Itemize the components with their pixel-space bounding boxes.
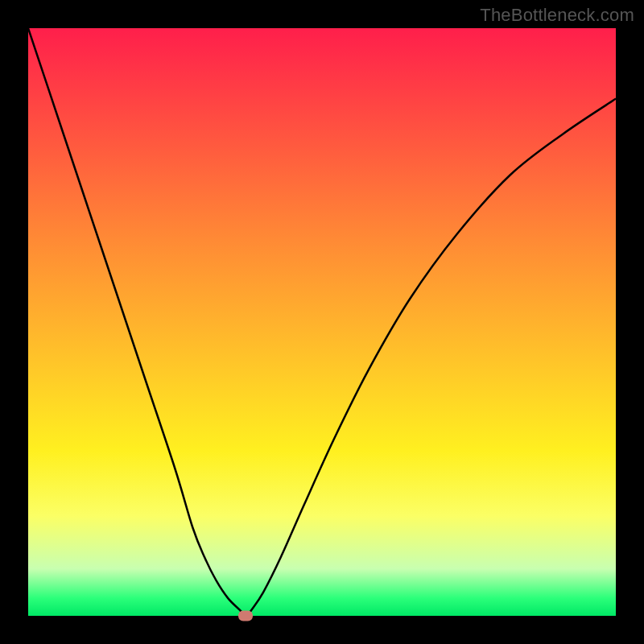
watermark-text: TheBottleneck.com [480, 5, 634, 26]
plot-area [28, 28, 616, 616]
bottleneck-curve [28, 28, 616, 616]
chart-frame: TheBottleneck.com [0, 0, 644, 644]
bottleneck-curve-path [28, 28, 616, 616]
minimum-marker [238, 611, 253, 621]
